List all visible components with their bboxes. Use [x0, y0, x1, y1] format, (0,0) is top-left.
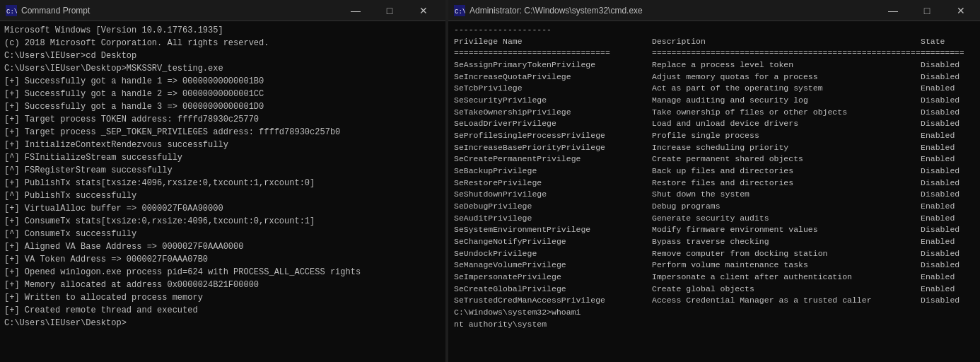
- priv-state: Enabled: [921, 153, 977, 165]
- priv-state: Enabled: [921, 201, 977, 213]
- right-admin-window: C:\ Administrator: C:\Windows\system32\c…: [448, 0, 980, 362]
- privilege-row: SeTakeOwnershipPrivilege Take ownership …: [454, 107, 977, 119]
- right-titlebar[interactable]: C:\ Administrator: C:\Windows\system32\c…: [448, 0, 980, 21]
- privilege-row: SeCreatePermanentPrivilege Create perman…: [454, 153, 977, 165]
- left-maximize-btn[interactable]: □: [373, 0, 406, 21]
- priv-desc: Back up files and directories: [652, 165, 921, 177]
- priv-name: SeTakeOwnershipPrivilege: [454, 107, 652, 119]
- left-close-btn[interactable]: ✕: [407, 0, 440, 21]
- left-cmd-line: [+] ConsumeTx stats[txsize:0,rxsize:4096…: [4, 215, 441, 228]
- priv-state: Disabled: [921, 165, 977, 177]
- priv-name: SeTrustedCredManAccessPrivilege: [454, 295, 652, 307]
- priv-name: SeIncreaseQuotaPrivilege: [454, 71, 652, 83]
- right-minimize-btn[interactable]: —: [877, 0, 909, 21]
- priv-state: Enabled: [921, 213, 977, 225]
- privilege-row: SeBackupPrivilege Back up files and dire…: [454, 165, 977, 177]
- privilege-row: SeSecurityPrivilege Manage auditing and …: [454, 95, 977, 107]
- privilege-row: SeImpersonatePrivilege Impersonate a cli…: [454, 272, 977, 284]
- privilege-row: SeIncreaseBasePriorityPrivilege Increase…: [454, 142, 977, 154]
- left-cmd-line: [+] VirtualAlloc buffer => 0000027F0AA90…: [4, 202, 441, 215]
- left-cmd-line: C:\Users\IEUser\Desktop>: [4, 317, 441, 329]
- priv-name: SeLoadDriverPrivilege: [454, 118, 652, 130]
- right-close-btn[interactable]: ✕: [945, 0, 977, 21]
- left-cmd-line: [+] InitializeContextRendezvous successf…: [4, 139, 441, 151]
- priv-state: Enabled: [921, 284, 977, 296]
- left-cmd-content: Microsoft Windows [Version 10.0.17763.19…: [0, 21, 445, 362]
- privilege-row: SeIncreaseQuotaPrivilege Adjust memory q…: [454, 71, 977, 83]
- left-cmd-line: [+] Memory allocated at address 0x000002…: [4, 279, 441, 291]
- privilege-row: SeLoadDriverPrivilege Load and unload de…: [454, 118, 977, 130]
- left-titlebar[interactable]: C:\ Command Prompt — □ ✕: [0, 0, 445, 21]
- left-cmd-line: (c) 2018 Microsoft Corporation. All righ…: [4, 37, 441, 49]
- priv-state: Enabled: [921, 83, 977, 95]
- priv-state: Disabled: [921, 107, 977, 119]
- left-cmd-line: [^] ConsumeTx successfully: [4, 228, 441, 240]
- priv-desc: Increase scheduling priority: [652, 142, 921, 154]
- left-cmd-line: [^] FSInitializeStream successfully: [4, 151, 441, 164]
- priv-desc: Create permanent shared objects: [652, 153, 921, 165]
- priv-name: SeAuditPrivilege: [454, 213, 652, 225]
- priv-desc: Perform volume maintenance tasks: [652, 259, 921, 272]
- priv-state: Disabled: [921, 224, 977, 236]
- priv-state: Enabled: [921, 272, 977, 284]
- priv-name: SeCreatePermanentPrivilege: [454, 153, 652, 165]
- priv-desc: Access Credential Manager as a trusted c…: [652, 295, 921, 307]
- left-cmd-line: [+] Successfully got a handle 1 => 00000…: [4, 75, 441, 88]
- priv-desc: Replace a process level token: [652, 59, 921, 71]
- left-cmd-line: [+] PublishTx stats[txsize:4096,rxsize:0…: [4, 177, 441, 189]
- left-cmd-line: C:\Users\IEUser>cd Desktop: [4, 49, 441, 62]
- left-cmd-window: C:\ Command Prompt — □ ✕ Microsoft Windo…: [0, 0, 445, 362]
- sep-name: ================================: [454, 47, 652, 59]
- svg-text:C:\: C:\: [455, 8, 465, 16]
- priv-desc: Impersonate a client after authenticatio…: [652, 272, 921, 284]
- left-cmd-line: [+] Successfully got a handle 3 => 00000…: [4, 100, 441, 113]
- left-minimize-btn[interactable]: —: [339, 0, 372, 21]
- priv-desc: Manage auditing and security log: [652, 95, 921, 107]
- footer-line: C:\Windows\system32>whoami: [454, 307, 977, 319]
- privilege-row: SeTrustedCredManAccessPrivilege Access C…: [454, 295, 977, 307]
- left-cmd-line: [+] Opened winlogon.exe process pid=624 …: [4, 266, 441, 279]
- priv-name: SeProfileSingleProcessPrivilege: [454, 130, 652, 142]
- priv-state: Disabled: [921, 248, 977, 260]
- priv-name: SeSystemEnvironmentPrivilege: [454, 224, 652, 236]
- privilege-header-row: Privilege Name Description State: [454, 36, 977, 48]
- left-cmd-line: [+] Aligned VA Base Address => 0000027F0…: [4, 240, 441, 253]
- privilege-row: SeAssignPrimaryTokenPrivilege Replace a …: [454, 59, 977, 71]
- priv-desc: Debug programs: [652, 201, 921, 213]
- priv-name: SeRestorePrivilege: [454, 177, 652, 189]
- left-cmd-line: [+] Created remote thread and executed: [4, 304, 441, 317]
- privilege-row: SeAuditPrivilege Generate security audit…: [454, 213, 977, 225]
- priv-name: SeIncreaseBasePriorityPrivilege: [454, 142, 652, 154]
- priv-state: Disabled: [921, 295, 977, 307]
- cmd-icon-right: C:\: [454, 5, 465, 16]
- priv-name: SeImpersonatePrivilege: [454, 272, 652, 284]
- priv-state: Enabled: [921, 142, 977, 154]
- priv-name: SeSecurityPrivilege: [454, 95, 652, 107]
- priv-desc: Restore files and directories: [652, 177, 921, 189]
- right-window-controls: — □ ✕: [877, 0, 977, 21]
- priv-desc: Profile single process: [652, 130, 921, 142]
- priv-state: Disabled: [921, 189, 977, 201]
- left-cmd-line: [+] Target process _SEP_TOKEN_PRIVILEGES…: [4, 126, 441, 139]
- priv-desc: Take ownership of files or other objects: [652, 107, 921, 119]
- svg-text:C:\: C:\: [6, 8, 17, 16]
- priv-state: Disabled: [921, 59, 977, 71]
- priv-desc: Load and unload device drivers: [652, 118, 921, 130]
- sep-desc: ========================================…: [652, 47, 921, 59]
- priv-state: Enabled: [921, 130, 977, 142]
- priv-name: SeChangeNotifyPrivilege: [454, 236, 652, 248]
- privilege-row: SeManageVolumePrivilege Perform volume m…: [454, 259, 977, 272]
- priv-state: Disabled: [921, 177, 977, 189]
- priv-name: SeShutdownPrivilege: [454, 189, 652, 201]
- priv-name: SeManageVolumePrivilege: [454, 259, 652, 272]
- priv-desc: Create global objects: [652, 284, 921, 296]
- right-maximize-btn[interactable]: □: [911, 0, 943, 21]
- privilege-row: SeSystemEnvironmentPrivilege Modify firm…: [454, 224, 977, 236]
- priv-desc: Remove computer from docking station: [652, 248, 921, 260]
- sep-state: =======: [921, 47, 977, 59]
- priv-desc: Adjust memory quotas for a process: [652, 71, 921, 83]
- priv-desc: Act as part of the operating system: [652, 83, 921, 95]
- priv-desc: Generate security audits: [652, 213, 921, 225]
- cmd-icon-left: C:\: [6, 5, 17, 16]
- left-cmd-line: [^] PublishTx successfully: [4, 189, 441, 202]
